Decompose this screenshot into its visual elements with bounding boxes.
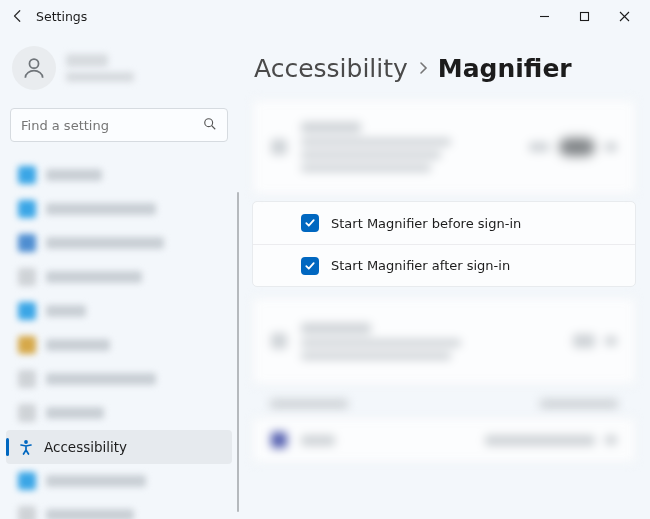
sidebar-scrollbar[interactable] — [237, 192, 239, 512]
accessibility-icon — [18, 439, 34, 455]
body: Accessibility Accessibility Magnifier — [0, 32, 650, 519]
svg-point-5 — [24, 440, 28, 444]
sign-in-options-card: Start Magnifier before sign-in Start Mag… — [252, 201, 636, 287]
sidebar: Accessibility — [0, 32, 238, 519]
nav-item-blur[interactable] — [6, 362, 232, 396]
nav-item-blur[interactable] — [6, 498, 232, 519]
breadcrumb-parent[interactable]: Accessibility — [254, 54, 408, 83]
back-button[interactable] — [6, 4, 30, 28]
setting-card-blur — [252, 297, 636, 385]
content: Accessibility Magnifier — [238, 32, 650, 519]
nav-item-blur[interactable] — [6, 464, 232, 498]
option-after-sign-in[interactable]: Start Magnifier after sign-in — [253, 244, 635, 286]
nav-item-blur[interactable] — [6, 328, 232, 362]
breadcrumb: Accessibility Magnifier — [252, 32, 636, 99]
search — [10, 108, 228, 142]
checkbox-after-sign-in[interactable] — [301, 257, 319, 275]
nav-item-blur[interactable] — [6, 396, 232, 430]
nav-item-accessibility[interactable]: Accessibility — [6, 430, 232, 464]
nav-item-blur[interactable] — [6, 260, 232, 294]
checkbox-before-sign-in[interactable] — [301, 214, 319, 232]
svg-point-3 — [205, 118, 213, 126]
page-title: Magnifier — [438, 54, 572, 83]
nav: Accessibility — [0, 154, 238, 519]
svg-rect-1 — [580, 12, 588, 20]
maximize-button[interactable] — [564, 2, 604, 30]
search-box[interactable] — [10, 108, 228, 142]
nav-item-blur[interactable] — [6, 226, 232, 260]
checkbox-label: Start Magnifier before sign-in — [331, 216, 521, 231]
profile[interactable] — [0, 32, 238, 108]
profile-info — [66, 54, 134, 82]
option-before-sign-in[interactable]: Start Magnifier before sign-in — [253, 202, 635, 244]
nav-item-label: Accessibility — [44, 439, 127, 455]
nav-item-blur[interactable] — [6, 294, 232, 328]
svg-point-2 — [29, 59, 38, 68]
chevron-right-icon — [418, 59, 428, 79]
window-controls — [524, 2, 644, 30]
minimize-button[interactable] — [524, 2, 564, 30]
avatar — [12, 46, 56, 90]
nav-item-blur[interactable] — [6, 192, 232, 226]
nav-item-blur[interactable] — [6, 158, 232, 192]
close-button[interactable] — [604, 2, 644, 30]
search-icon — [203, 116, 217, 135]
setting-card-blur — [252, 99, 636, 195]
search-input[interactable] — [21, 118, 203, 133]
titlebar: Settings — [0, 0, 650, 32]
settings-window: Settings — [0, 0, 650, 519]
window-title: Settings — [36, 9, 87, 24]
checkbox-label: Start Magnifier after sign-in — [331, 258, 510, 273]
setting-card-blur — [252, 417, 636, 463]
svg-line-4 — [212, 125, 216, 129]
